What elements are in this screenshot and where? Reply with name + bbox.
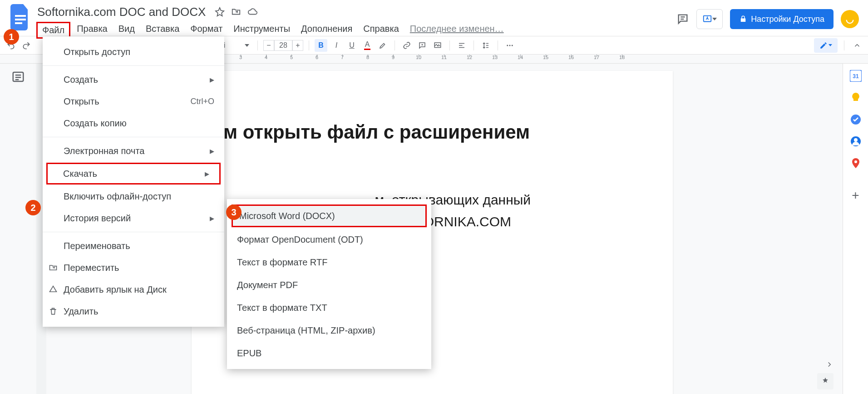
annotation-badge-1: 1	[4, 29, 19, 45]
share-button-label: Настройки Доступа	[751, 15, 824, 24]
ruler-tick: 14	[516, 55, 525, 64]
ruler-tick: 12	[465, 55, 474, 64]
align-button[interactable]	[455, 39, 468, 52]
side-panel: 31 +	[843, 64, 868, 394]
user-avatar[interactable]	[841, 10, 859, 28]
svg-point-14	[509, 45, 511, 46]
ruler-tick: 6	[312, 55, 321, 64]
ruler-tick: 9	[389, 55, 398, 64]
menu-delete[interactable]: Удалить	[43, 300, 224, 322]
line-spacing-button[interactable]	[479, 39, 492, 52]
svg-rect-2	[15, 22, 22, 24]
ruler-tick: 8	[363, 55, 372, 64]
menu-version-history[interactable]: История версий▸	[43, 207, 224, 229]
insert-comment-icon[interactable]	[416, 39, 429, 52]
text-color-button[interactable]: A	[361, 39, 374, 52]
document-heading[interactable]: м открыть файл с расширением	[223, 121, 641, 144]
star-icon[interactable]	[215, 7, 225, 17]
menu-open[interactable]: ОткрытьCtrl+O	[43, 90, 224, 112]
more-icon[interactable]	[503, 39, 516, 52]
svg-rect-0	[15, 15, 26, 17]
trash-icon	[48, 306, 58, 316]
menu-help[interactable]: Справка	[359, 22, 403, 39]
tasks-icon[interactable]	[850, 114, 862, 125]
last-edit-link[interactable]: Последнее изменен…	[405, 22, 508, 39]
folder-move-icon	[48, 263, 58, 273]
header: Softornika.com DOC and DOCX Файл Правка …	[0, 0, 868, 36]
download-submenu: Microsoft Word (DOCX) Формат OpenDocumen…	[227, 199, 431, 369]
maps-icon[interactable]	[850, 157, 862, 169]
outline-icon[interactable]	[11, 70, 25, 84]
annotation-badge-3: 3	[226, 204, 242, 220]
menu-offline[interactable]: Включить офлайн-доступ	[43, 185, 224, 207]
ruler-tick: 4	[261, 55, 271, 64]
submenu-odt[interactable]: Формат OpenDocument (ODT)	[227, 228, 431, 251]
present-button[interactable]	[696, 9, 723, 29]
document-title[interactable]: Softornika.com DOC and DOCX	[35, 5, 208, 19]
submenu-epub[interactable]: EPUB	[227, 342, 431, 364]
menu-share[interactable]: Открыть доступ	[43, 41, 224, 63]
scroll-right-icon[interactable]	[825, 360, 833, 369]
submenu-pdf[interactable]: Документ PDF	[227, 274, 431, 296]
insert-image-icon[interactable]	[431, 39, 444, 52]
font-size-increase[interactable]: +	[292, 40, 303, 51]
file-menu-dropdown: Открыть доступ Создать▸ ОткрытьCtrl+O Со…	[43, 36, 224, 327]
ruler-tick: 10	[414, 55, 423, 64]
header-right: Настройки Доступа	[676, 9, 859, 29]
underline-button[interactable]: U	[345, 39, 358, 52]
move-folder-icon[interactable]	[231, 7, 241, 17]
svg-text:31: 31	[853, 73, 859, 80]
annotation-badge-2: 2	[25, 200, 41, 215]
contacts-icon[interactable]	[850, 135, 862, 147]
redo-icon[interactable]	[20, 39, 33, 52]
highlight-button[interactable]	[376, 39, 389, 52]
svg-rect-1	[15, 19, 26, 20]
svg-point-15	[512, 45, 513, 46]
insert-link-icon[interactable]	[400, 39, 413, 52]
ruler-tick: 18	[617, 55, 626, 64]
share-button[interactable]: Настройки Доступа	[730, 9, 833, 29]
comments-icon[interactable]	[676, 13, 689, 25]
italic-button[interactable]: I	[330, 39, 343, 52]
svg-point-25	[854, 160, 857, 163]
menu-download[interactable]: Скачать▸	[46, 163, 221, 185]
cloud-status-icon[interactable]	[247, 7, 257, 17]
menu-move[interactable]: Переместить	[43, 257, 224, 279]
drive-shortcut-icon	[48, 284, 58, 294]
menu-new[interactable]: Создать▸	[43, 69, 224, 90]
font-size-decrease[interactable]: −	[263, 40, 274, 51]
ruler-tick: 17	[592, 55, 601, 64]
menu-addons[interactable]: Дополнения	[296, 22, 357, 39]
menu-email[interactable]: Электронная почта▸	[43, 140, 224, 162]
ruler-tick: 15	[541, 55, 550, 64]
collapse-sidebar-icon[interactable]	[851, 39, 863, 52]
ruler-tick: 7	[338, 55, 347, 64]
svg-point-13	[507, 45, 508, 46]
font-size-value[interactable]: 28	[274, 40, 292, 51]
title-area: Softornika.com DOC and DOCX Файл Правка …	[35, 4, 508, 39]
submenu-docx[interactable]: Microsoft Word (DOCX)	[232, 204, 427, 227]
ruler-tick: 5	[287, 55, 296, 64]
menu-rename[interactable]: Переименовать	[43, 235, 224, 257]
calendar-icon[interactable]: 31	[850, 70, 862, 82]
submenu-txt[interactable]: Текст в формате TXT	[227, 296, 431, 319]
ruler-tick: 13	[490, 55, 499, 64]
add-addon-icon[interactable]: +	[852, 188, 859, 203]
docs-logo-icon[interactable]	[9, 4, 32, 31]
menu-tools[interactable]: Инструменты	[229, 22, 295, 39]
submenu-html[interactable]: Веб-страница (HTML, ZIP-архив)	[227, 319, 431, 342]
menu-make-copy[interactable]: Создать копию	[43, 112, 224, 134]
editing-mode-button[interactable]	[814, 38, 838, 53]
ruler-tick: 11	[439, 55, 449, 64]
keep-icon[interactable]	[850, 92, 862, 104]
ruler-tick: 16	[567, 55, 576, 64]
svg-point-24	[854, 138, 858, 142]
menu-add-shortcut[interactable]: Добавить ярлык на Диск	[43, 279, 224, 300]
left-gutter	[0, 64, 36, 394]
ruler-tick: 3	[236, 55, 245, 64]
bold-button[interactable]: B	[315, 39, 327, 52]
explore-button[interactable]	[817, 373, 833, 389]
submenu-rtf[interactable]: Текст в формате RTF	[227, 251, 431, 274]
